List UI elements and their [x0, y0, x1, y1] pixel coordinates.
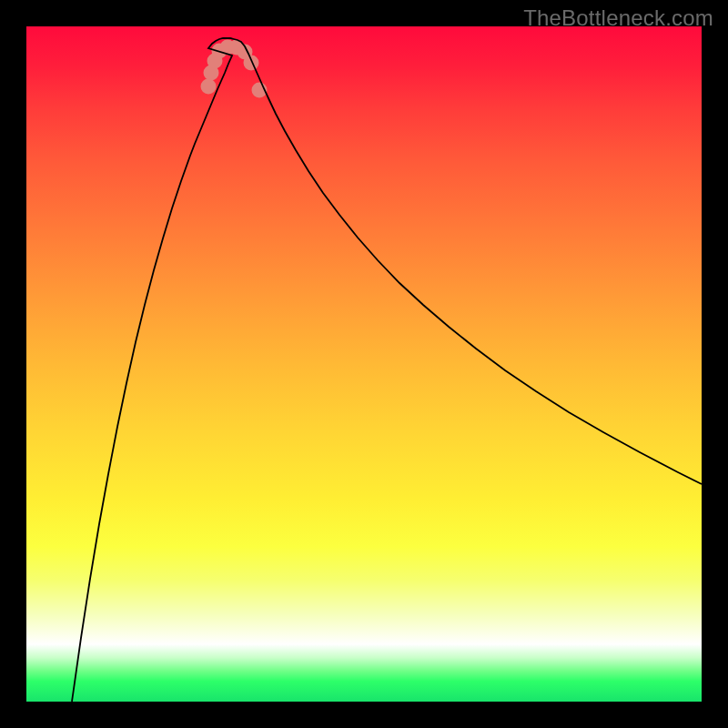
chart-frame: TheBottleneck.com [0, 0, 728, 728]
data-marker [201, 79, 217, 95]
data-marker [244, 56, 259, 71]
bottleneck-curve [72, 38, 702, 702]
chart-svg [26, 26, 702, 702]
watermark-text: TheBottleneck.com [523, 5, 713, 31]
plot-area [26, 26, 702, 702]
